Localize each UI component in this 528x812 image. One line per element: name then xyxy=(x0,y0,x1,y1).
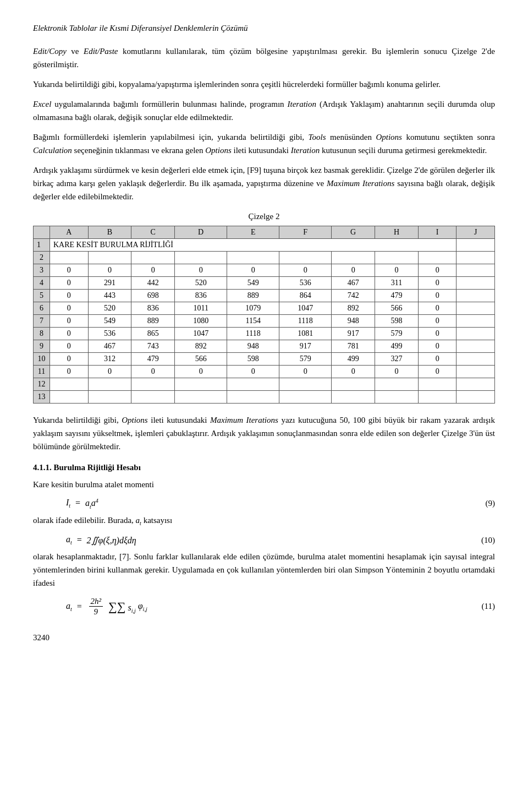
cell xyxy=(457,378,495,390)
cell: 0 xyxy=(418,302,457,314)
cizelge2-table: A B C D E F G H I J 1 KARE KESİT BURULMA… xyxy=(33,226,495,404)
cell: 0 xyxy=(279,365,332,378)
cell: 0 xyxy=(279,264,332,276)
cell: 1118 xyxy=(279,314,332,327)
cell: 1011 xyxy=(175,302,227,314)
cell: 0 xyxy=(418,314,457,327)
cell: 698 xyxy=(131,289,175,302)
equation-9: It = ata4 (9) xyxy=(33,498,495,510)
cell xyxy=(88,390,131,403)
table-row: 7 0 549 889 1080 1154 1118 948 598 0 xyxy=(34,314,495,327)
cell: 1080 xyxy=(175,314,227,327)
cell: 0 xyxy=(50,302,89,314)
eq9-rhs: ata4 xyxy=(85,498,98,510)
cell xyxy=(457,302,495,314)
col-header-h: H xyxy=(375,226,419,238)
cell: 781 xyxy=(332,340,375,352)
table-row: 10 0 312 479 566 598 579 499 327 0 xyxy=(34,352,495,365)
cell: 1081 xyxy=(279,327,332,340)
cell: 579 xyxy=(375,327,419,340)
cell xyxy=(279,390,332,403)
cell xyxy=(332,378,375,390)
cell: 467 xyxy=(332,276,375,289)
table-row: 9 0 467 743 892 948 917 781 499 0 xyxy=(34,340,495,352)
equation-10: at = 2∬φ(ξ,η)dξdη (10) xyxy=(33,535,495,546)
cell: 0 xyxy=(131,264,175,276)
eq11-equals: = xyxy=(76,602,82,612)
table-row: 4 0 291 442 520 549 536 467 311 0 xyxy=(34,276,495,289)
row-num: 4 xyxy=(34,276,50,289)
col-header-f: F xyxy=(279,226,332,238)
table-row: 8 0 536 865 1047 1118 1081 917 579 0 xyxy=(34,327,495,340)
cell: 0 xyxy=(50,327,89,340)
cizelge2-title: Çizelge 2 xyxy=(33,212,495,221)
cell xyxy=(457,289,495,302)
table-row: 11 0 0 0 0 0 0 0 0 0 xyxy=(34,365,495,378)
cell xyxy=(332,251,375,264)
cell: 549 xyxy=(227,276,279,289)
cell: 536 xyxy=(88,327,131,340)
cell: 0 xyxy=(50,365,89,378)
cell xyxy=(418,251,457,264)
cell xyxy=(457,264,495,276)
eq11-frac-num: 2h² xyxy=(89,596,103,607)
eq10-content: at = 2∬φ(ξ,η)dξdη xyxy=(33,535,473,546)
cell: 312 xyxy=(88,352,131,365)
cell: 479 xyxy=(375,289,419,302)
eq10-equals: = xyxy=(76,535,82,545)
cell xyxy=(131,378,175,390)
cell: 0 xyxy=(418,264,457,276)
cell xyxy=(227,390,279,403)
cell: 1079 xyxy=(227,302,279,314)
col-header-c: C xyxy=(131,226,175,238)
table-row: 1 KARE KESİT BURULMA RİJİTLİĞİ xyxy=(34,238,495,251)
cell-empty xyxy=(457,238,495,251)
cell xyxy=(457,276,495,289)
eq11-number: (11) xyxy=(473,602,495,611)
cell xyxy=(175,390,227,403)
cell: 0 xyxy=(175,264,227,276)
cell: 0 xyxy=(88,365,131,378)
page-number: 3240 xyxy=(33,633,495,642)
cell xyxy=(457,327,495,340)
row-num: 9 xyxy=(34,340,50,352)
cell: 917 xyxy=(332,327,375,340)
cell: 579 xyxy=(279,352,332,365)
cell xyxy=(227,251,279,264)
cell xyxy=(50,251,89,264)
row-num: 13 xyxy=(34,390,50,403)
cell: 1154 xyxy=(227,314,279,327)
cell: 836 xyxy=(175,289,227,302)
cell xyxy=(418,378,457,390)
cell xyxy=(332,390,375,403)
cell: 948 xyxy=(227,340,279,352)
cell xyxy=(418,390,457,403)
eq9-content: It = ata4 xyxy=(33,498,473,510)
row-num: 7 xyxy=(34,314,50,327)
cell: 0 xyxy=(418,327,457,340)
row-num: 5 xyxy=(34,289,50,302)
cell xyxy=(457,314,495,327)
eq9-number: (9) xyxy=(473,499,495,508)
olarak-hesap-text: olarak hesaplanmaktadır, [7]. Sonlu fark… xyxy=(33,550,495,590)
row-num: 12 xyxy=(34,378,50,390)
cell xyxy=(50,390,89,403)
equation-11: at = 2h² 9 ∑∑ si,j φi,j (11) xyxy=(33,596,495,617)
cell: 742 xyxy=(332,289,375,302)
cell: 892 xyxy=(175,340,227,352)
cell xyxy=(457,251,495,264)
cell xyxy=(88,378,131,390)
eq11-fraction: 2h² 9 xyxy=(89,596,103,617)
cell: 443 xyxy=(88,289,131,302)
cell: 889 xyxy=(131,314,175,327)
row-num: 8 xyxy=(34,327,50,340)
section-411: 4.1.1. Burulma Rijitliği Hesabı Kare kes… xyxy=(33,463,495,617)
eq11-frac-den: 9 xyxy=(92,607,100,617)
cell xyxy=(279,378,332,390)
cell: 442 xyxy=(131,276,175,289)
cell: 0 xyxy=(50,289,89,302)
col-header-b: B xyxy=(88,226,131,238)
cell: 0 xyxy=(88,264,131,276)
eq11-lhs: at xyxy=(66,601,72,612)
cell: 0 xyxy=(50,314,89,327)
